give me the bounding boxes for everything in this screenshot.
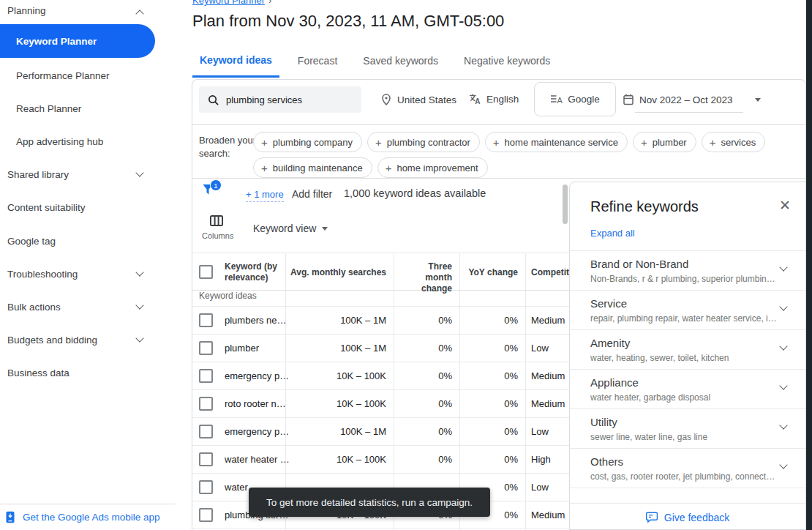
col-header-keyword[interactable]: Keyword (by relevance) <box>225 261 283 283</box>
chevron-up-icon <box>135 10 143 18</box>
col-header-three-month[interactable]: Three month change <box>401 261 452 294</box>
close-icon[interactable]: ✕ <box>779 197 791 214</box>
chip-plumber[interactable]: +plumber <box>633 132 696 152</box>
chip-building-maintenance[interactable]: +building maintenance <box>253 157 372 178</box>
tab-saved-keywords[interactable]: Saved keywords <box>356 44 446 78</box>
refine-section-service[interactable]: Service repair, plumbing repair, water h… <box>570 290 805 329</box>
breadcrumb-link[interactable]: Keyword Planner <box>192 0 265 6</box>
competition-cell: Medium <box>531 390 565 417</box>
chip-label: building maintenance <box>273 163 363 173</box>
three-month-cell: 0% <box>394 335 452 362</box>
filter-button[interactable]: 1 <box>202 183 224 202</box>
row-checkbox[interactable] <box>199 341 213 355</box>
table-row[interactable]: roto rooter n… 10K – 100K 0% 0% Medium <box>192 390 569 418</box>
chip-plumbing-company[interactable]: +plumbing company <box>253 132 362 152</box>
sidebar-item-label: Keyword Planner <box>16 36 97 47</box>
table-header-row: Keyword (by relevance) Avg. monthly sear… <box>192 253 569 291</box>
feedback-icon <box>646 512 658 523</box>
mobile-app-link[interactable]: Get the Google Ads mobile app <box>4 511 160 523</box>
give-feedback-button[interactable]: Give feedback <box>570 503 805 530</box>
row-checkbox[interactable] <box>199 369 213 383</box>
col-header-competition[interactable]: Competition <box>531 267 569 278</box>
refine-section-brand[interactable]: Brand or Non-Brand Non-Brands, r & r plu… <box>570 250 805 290</box>
chip-home-improvement[interactable]: +home improvement <box>377 157 488 178</box>
refine-section-others[interactable]: Others cost, gas, rooter rooter, jet plu… <box>570 448 805 488</box>
avg-searches-cell: 10K – 100K <box>285 446 386 473</box>
row-checkbox[interactable] <box>199 480 213 494</box>
chevron-down-icon <box>322 227 328 231</box>
sidebar-item-google-tag[interactable]: Google tag <box>0 233 190 249</box>
chip-label: home maintenance service <box>505 137 618 148</box>
date-range-selector[interactable]: Nov 2022 – Oct 2023 <box>623 94 761 105</box>
tab-negative-keywords[interactable]: Negative keywords <box>456 44 557 78</box>
avg-searches-cell: 100K – 1M <box>285 307 386 334</box>
tab-keyword-ideas[interactable]: Keyword ideas <box>192 44 279 78</box>
sidebar-item-budgets-and-bidding[interactable]: Budgets and bidding <box>0 332 190 348</box>
chip-plumbing-contractor[interactable]: +plumbing contractor <box>367 132 480 152</box>
sidebar-item-planning[interactable]: Planning <box>0 2 190 18</box>
refine-section-title: Appliance <box>590 376 639 389</box>
sidebar-item-reach-planner[interactable]: Reach Planner <box>0 100 199 116</box>
table-scrollbar[interactable] <box>563 184 568 224</box>
chip-services[interactable]: +services <box>702 132 765 152</box>
table-row[interactable]: plumbers ne… 100K – 1M 0% 0% Medium <box>192 307 569 335</box>
refine-section-utility[interactable]: Utility sewer line, water line, gas line <box>570 408 805 448</box>
chevron-down-icon <box>135 268 143 276</box>
expand-all-link[interactable]: Expand all <box>590 228 635 239</box>
select-all-checkbox[interactable] <box>199 265 213 279</box>
col-header-avg-searches[interactable]: Avg. monthly searches <box>285 267 386 278</box>
chevron-down-icon <box>779 381 787 389</box>
three-month-cell: 0% <box>394 446 452 473</box>
row-checkbox[interactable] <box>199 313 213 327</box>
checkbox-cell <box>199 418 213 445</box>
sidebar-item-troubleshooting[interactable]: Troubleshooting <box>0 266 190 282</box>
keyword-cell: plumbers ne… <box>225 307 287 334</box>
keyword-cell: emergency p… <box>225 362 289 389</box>
sidebar-item-label: Bulk actions <box>7 302 61 313</box>
table-row[interactable]: water heater … 10K – 100K 0% 0% High <box>192 446 569 474</box>
network-selector[interactable]: A Google <box>534 82 616 116</box>
sidebar-item-performance-planner[interactable]: Performance Planner <box>0 67 199 83</box>
sidebar-item-bulk-actions[interactable]: Bulk actions <box>0 299 190 315</box>
plus-icon: + <box>375 137 382 148</box>
tab-forecast[interactable]: Forecast <box>290 44 345 78</box>
keyword-view-selector[interactable]: Keyword view <box>253 223 328 234</box>
keyword-search-input[interactable]: plumbing services <box>199 86 361 113</box>
plus-icon: + <box>710 137 716 148</box>
chip-label: services <box>721 137 756 148</box>
sidebar-item-label: Budgets and bidding <box>7 335 97 346</box>
table-row[interactable]: emergency p… 10K – 100K 0% 0% Medium <box>192 362 569 390</box>
chevron-down-icon <box>779 263 787 271</box>
sidebar-item-shared-library[interactable]: Shared library <box>0 166 190 182</box>
search-value: plumbing services <box>226 94 302 105</box>
more-filters-link[interactable]: + 1 more <box>246 189 284 202</box>
refine-keywords-panel: Refine keywords ✕ Expand all Brand or No… <box>569 182 806 530</box>
tab-label: Forecast <box>298 55 337 67</box>
search-icon <box>208 94 219 105</box>
language-value: English <box>486 94 519 105</box>
network-value: Google <box>568 94 600 105</box>
refine-section-amenity[interactable]: Amenity water, heating, sewer, toilet, k… <box>570 329 805 369</box>
sidebar-item-business-data[interactable]: Business data <box>0 365 190 381</box>
sidebar-item-keyword-planner[interactable]: Keyword Planner <box>0 24 155 58</box>
add-filter-button[interactable]: Add filter <box>292 188 332 200</box>
sidebar-item-app-advertising-hub[interactable]: App advertising hub <box>0 133 199 149</box>
chip-home-maintenance-service[interactable]: +home maintenance service <box>485 132 628 152</box>
location-selector[interactable]: United States <box>381 94 456 105</box>
row-checkbox[interactable] <box>199 508 213 522</box>
row-checkbox[interactable] <box>199 397 213 411</box>
row-checkbox[interactable] <box>199 452 213 466</box>
competition-cell: Medium <box>531 501 565 529</box>
row-checkbox[interactable] <box>199 425 213 438</box>
refine-section-appliance[interactable]: Appliance water heater, garbage disposal <box>570 369 805 408</box>
competition-cell: High <box>531 446 551 473</box>
columns-button[interactable]: Columns <box>202 215 231 240</box>
col-header-yoy[interactable]: YoY change <box>459 267 518 278</box>
language-selector[interactable]: A English <box>469 94 519 105</box>
table-row[interactable]: plumber 100K – 1M 0% 0% Low <box>192 335 569 362</box>
three-month-cell: 0% <box>394 307 452 334</box>
sidebar-item-content-suitability[interactable]: Content suitability <box>0 199 190 215</box>
table-row[interactable]: emergency p… 100K – 1M 0% 0% Low <box>192 418 569 446</box>
tab-label: Negative keywords <box>464 55 550 67</box>
date-range-value: Nov 2022 – Oct 2023 <box>639 94 733 105</box>
